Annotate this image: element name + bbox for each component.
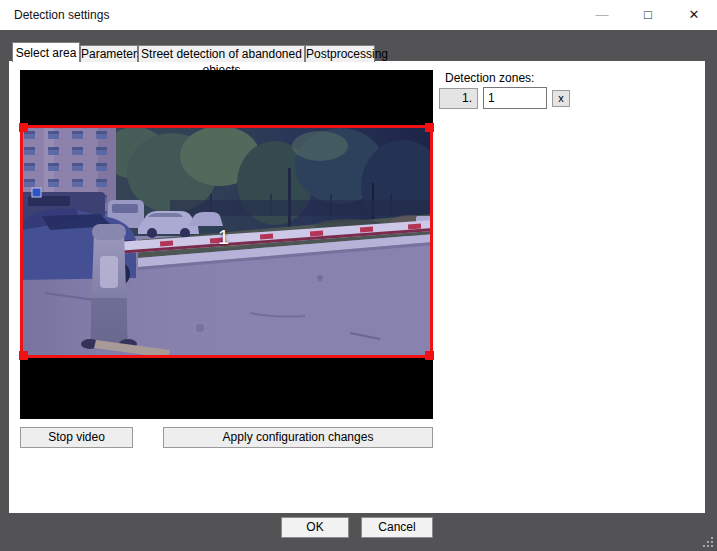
ok-button[interactable]: OK	[281, 517, 349, 538]
stop-video-button[interactable]: Stop video	[20, 427, 133, 448]
tab-parameters[interactable]: Parameters	[80, 45, 138, 62]
window-title: Detection settings	[14, 0, 109, 30]
zone-number-overlay: 1	[218, 226, 229, 249]
resize-grip[interactable]	[711, 545, 713, 547]
remove-zone-button[interactable]: x	[552, 90, 570, 107]
resize-handle-top-left[interactable]	[19, 123, 28, 132]
cancel-button[interactable]: Cancel	[361, 517, 433, 538]
maximize-icon[interactable]: □	[625, 0, 671, 30]
video-preview[interactable]: 1	[20, 70, 433, 419]
resize-handle-top-right[interactable]	[425, 123, 434, 132]
resize-handle-bottom-left[interactable]	[19, 351, 28, 360]
detection-zones-label: Detection zones:	[445, 71, 534, 85]
zone-name-input[interactable]	[483, 87, 547, 109]
minimize-icon[interactable]: —	[579, 0, 625, 30]
detection-settings-dialog: Detection settings — □ ✕ Select area Par…	[0, 0, 717, 551]
resize-handle-bottom-right[interactable]	[425, 351, 434, 360]
apply-configuration-button[interactable]: Apply configuration changes	[163, 427, 433, 448]
select-area-page: 1 Detection zones: 1. x Stop video Apply…	[9, 61, 705, 513]
tab-street-detection[interactable]: Street detection of abandoned objects	[138, 45, 305, 62]
tab-postprocessing[interactable]: Postprocessing	[305, 45, 375, 62]
zone-number-button[interactable]: 1.	[439, 88, 478, 109]
titlebar: Detection settings — □ ✕	[0, 0, 717, 30]
tab-select-area[interactable]: Select area	[12, 42, 80, 62]
close-icon[interactable]: ✕	[671, 0, 717, 30]
